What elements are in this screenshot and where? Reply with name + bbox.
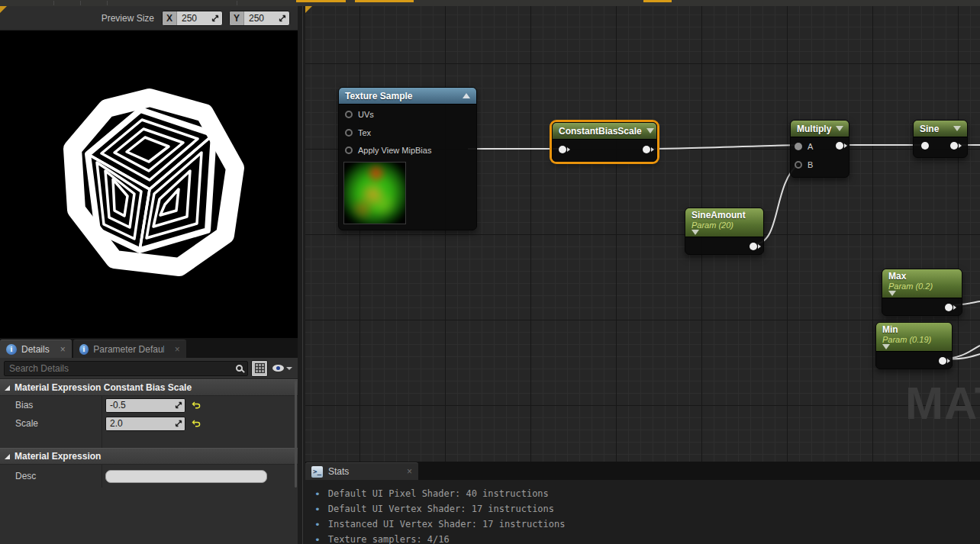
tab-close-icon[interactable]: × <box>175 344 180 355</box>
node-header[interactable]: ConstantBiasScale <box>553 123 656 140</box>
pin-output[interactable] <box>836 142 843 150</box>
node-sine-amount[interactable]: SineAmount Param (20) <box>685 208 764 255</box>
node-texture-sample[interactable]: Texture Sample UVs Tex Apply View MipBia… <box>338 87 477 230</box>
pin-uvs[interactable] <box>345 111 353 118</box>
pin-output[interactable] <box>750 243 757 250</box>
material-preview-viewport[interactable] <box>0 31 298 338</box>
bullet-icon: • <box>314 488 321 500</box>
pin-input[interactable] <box>559 146 566 153</box>
toolbar-accent-segment <box>355 0 414 2</box>
material-editor-window: { "preview": { "label": "Preview Size", … <box>0 0 980 544</box>
input-pin-row: Apply View MipBias <box>345 146 431 155</box>
desc-input[interactable] <box>105 470 267 483</box>
collapse-down-icon[interactable] <box>646 128 654 134</box>
details-scrollbar[interactable] <box>295 381 297 488</box>
input-pin-row: UVs <box>345 110 374 119</box>
collapse-down-icon[interactable] <box>888 291 896 296</box>
collapse-down-icon[interactable] <box>882 344 890 349</box>
property-row-bias: Bias -0.5 <box>0 396 298 414</box>
view-options-button[interactable] <box>271 360 294 377</box>
node-constant-bias-scale[interactable]: ConstantBiasScale <box>552 122 657 162</box>
collapse-up-icon[interactable] <box>463 93 470 98</box>
toolbar-accent-segment <box>643 0 672 2</box>
preview-size-y-spinner[interactable]: Y 250 <box>229 11 290 26</box>
details-panel: i Details × i Parameter Defaults × <box>0 338 298 544</box>
tab-close-icon[interactable]: × <box>60 344 66 355</box>
node-max[interactable]: Max Param (0.2) <box>882 269 962 316</box>
chevron-down-icon <box>286 367 292 370</box>
section-expand-icon <box>5 385 10 391</box>
input-pin-row: Tex <box>345 128 371 137</box>
node-sine[interactable]: Sine <box>913 120 968 158</box>
section-expand-icon <box>5 454 10 459</box>
console-icon: >_ <box>311 466 323 478</box>
preview-size-x-spinner[interactable]: X 250 <box>162 11 223 26</box>
top-toolbar-edge <box>0 0 980 6</box>
tab-parameter-defaults[interactable]: i Parameter Defaults × <box>73 340 186 358</box>
details-tab-bar: i Details × i Parameter Defaults × <box>0 338 298 358</box>
pin-output[interactable] <box>945 304 953 311</box>
right-panel: MATERIAL Texture Sample <box>305 6 980 544</box>
preview-toolbar: Preview Size X 250 Y 250 <box>0 6 298 31</box>
input-pin-row: B <box>795 160 813 169</box>
node-header[interactable]: Max Param (0.2) <box>882 269 962 298</box>
tab-stats[interactable]: >_ Stats × <box>305 462 418 480</box>
node-header[interactable]: Min Param (0.19) <box>876 323 952 352</box>
y-axis-label: Y <box>230 11 244 25</box>
details-property-list: Material Expression Constant Bias Scale … <box>0 379 298 544</box>
collapse-down-icon[interactable] <box>691 230 699 235</box>
scale-label: Scale <box>0 418 102 429</box>
bullet-icon: • <box>314 519 321 530</box>
tab-parameter-defaults-label: Parameter Defaults <box>93 344 163 355</box>
tab-details[interactable]: i Details × <box>0 340 72 358</box>
texture-thumbnail <box>343 162 406 224</box>
reset-to-default-button[interactable] <box>192 420 201 428</box>
preview-render-image <box>0 31 298 338</box>
pin-output[interactable] <box>950 142 958 150</box>
details-search-row <box>0 358 298 379</box>
pin-a-input[interactable] <box>795 143 802 150</box>
desc-label: Desc <box>0 471 102 481</box>
pin-output[interactable] <box>643 146 650 153</box>
node-header[interactable]: Sine <box>914 121 967 137</box>
search-icon <box>236 365 243 372</box>
node-min[interactable]: Min Param (0.19) <box>875 322 953 369</box>
pin-tex[interactable] <box>345 129 353 137</box>
property-matrix-button[interactable] <box>251 360 268 377</box>
node-header[interactable]: Multiply <box>791 121 849 137</box>
left-panel: Preview Size X 250 Y 250 <box>0 6 298 544</box>
pin-input[interactable] <box>921 142 929 150</box>
pin-b-input[interactable] <box>795 161 802 169</box>
search-details-input[interactable] <box>9 363 233 374</box>
preview-size-y-value[interactable]: 250 <box>244 13 279 24</box>
section-header-material-expression[interactable]: Material Expression <box>0 448 298 465</box>
collapse-down-icon[interactable] <box>836 126 843 131</box>
scale-field[interactable]: 2.0 <box>105 417 185 431</box>
panel-corner-fold-icon <box>0 6 7 13</box>
collapse-down-icon[interactable] <box>953 126 961 131</box>
reset-arrow-icon <box>192 420 201 428</box>
node-header[interactable]: SineAmount Param (20) <box>685 208 763 237</box>
reset-to-default-button[interactable] <box>192 401 201 410</box>
node-multiply[interactable]: Multiply A B <box>790 120 849 178</box>
drag-diagonal-icon <box>175 401 182 409</box>
bias-label: Bias <box>0 400 102 410</box>
bias-field[interactable]: -0.5 <box>105 398 185 413</box>
stats-output: • Default UI Pixel Shader: 40 instructio… <box>305 480 980 544</box>
property-row-scale: Scale 2.0 <box>0 414 298 433</box>
toolbar-accent-segment <box>296 0 346 2</box>
pin-output[interactable] <box>939 357 946 365</box>
stats-line: • Default UI Pixel Shader: 40 instructio… <box>314 486 980 501</box>
details-info-icon: i <box>79 344 89 355</box>
preview-size-x-value[interactable]: 250 <box>177 13 211 24</box>
node-header[interactable]: Texture Sample <box>339 88 476 105</box>
pin-apply-view-mipbias[interactable] <box>345 146 353 154</box>
section-header-constant-bias-scale[interactable]: Material Expression Constant Bias Scale <box>0 379 298 396</box>
stats-tab-bar: >_ Stats × <box>305 462 980 480</box>
details-info-icon: i <box>6 344 17 355</box>
panel-splitter[interactable] <box>298 6 305 544</box>
property-row-desc: Desc <box>0 465 298 488</box>
search-box[interactable] <box>4 361 248 376</box>
material-graph-canvas[interactable]: MATERIAL Texture Sample <box>305 6 980 462</box>
tab-close-icon[interactable]: × <box>407 466 412 477</box>
